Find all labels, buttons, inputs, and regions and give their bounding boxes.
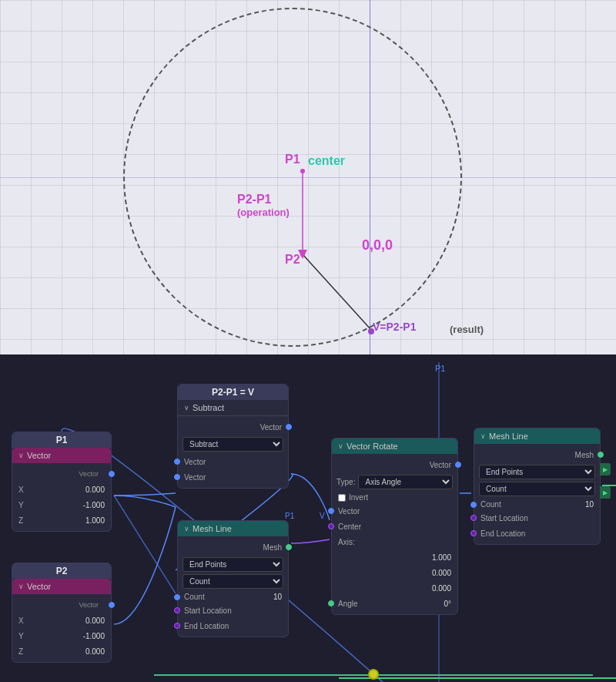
node-vecrot-output-socket[interactable] xyxy=(455,462,461,468)
collapse-arrow[interactable]: ∨ xyxy=(18,452,24,459)
node-p1-x-row: X 0.000 xyxy=(12,482,111,497)
node-mesh2-output-label: Mesh xyxy=(575,451,594,459)
node-mesh1-end-label: End Location xyxy=(184,622,229,630)
operation-viewport-label: (operation) xyxy=(237,207,290,218)
node-p1-y-label: Y xyxy=(18,501,80,509)
node-mesh1-start-row: Start Location xyxy=(178,603,288,618)
node-mesh2-end-label: End Location xyxy=(480,529,525,538)
center-viewport-label: center xyxy=(308,154,345,168)
node-mesh1-count-row: Count 10 xyxy=(178,591,288,603)
node-p2-x-row: X 0.000 xyxy=(12,613,111,628)
p2-viewport-label: P2 xyxy=(285,253,300,267)
svg-text:P1: P1 xyxy=(285,512,295,520)
node-mesh2-start-label: Start Location xyxy=(480,514,528,522)
p2p1-viewport-label: P2-P1 xyxy=(237,193,271,207)
collapse-subtract-arrow[interactable]: ∨ xyxy=(184,404,189,412)
collapse-mesh2-arrow[interactable]: ∨ xyxy=(480,432,486,440)
node-mesh1-count-value[interactable]: 10 xyxy=(273,593,282,601)
node-p1-y-value[interactable]: -1.000 xyxy=(83,501,105,509)
node-mesh1-end-socket[interactable] xyxy=(174,623,180,629)
collapse-vecrot-arrow[interactable]: ∨ xyxy=(338,442,343,450)
node-mesh2-count-mode-row: Count xyxy=(479,482,595,496)
p1-viewport-label: P1 xyxy=(285,153,300,166)
viewport: P1 center P2-P1 (operation) P2 0,0,0 V=P… xyxy=(0,0,616,354)
node-vecrot-axis-x-value[interactable]: 1.000 xyxy=(432,553,451,562)
node-subtract-input1-socket[interactable] xyxy=(174,459,180,465)
ge-icon2: ▶ xyxy=(603,489,608,496)
node-mesh2-end-socket[interactable] xyxy=(470,530,477,536)
node-mesh2-output-socket[interactable] xyxy=(598,452,604,458)
node-mesh1-count-mode-dropdown[interactable]: Count xyxy=(182,574,283,589)
node-subtract-input2-label: Vector xyxy=(184,473,206,482)
v-result-label: V=P2-P1 xyxy=(373,321,416,333)
node-mesh-line-2: ∨ Mesh Line Mesh End Points Count Count xyxy=(474,428,601,545)
slider-handle[interactable] xyxy=(368,669,379,680)
node-p2-y-value[interactable]: -1.000 xyxy=(83,632,105,640)
ge-icon: ▶ xyxy=(603,466,608,473)
collapse-p2-arrow[interactable]: ∨ xyxy=(18,583,24,590)
node-mesh2-mode-dropdown[interactable]: End Points xyxy=(479,465,595,479)
node-mesh2-count-value[interactable]: 10 xyxy=(585,500,594,509)
node-p1-z-value[interactable]: 1.000 xyxy=(85,516,105,525)
node-vecrot-axis-z-value[interactable]: 0.000 xyxy=(432,584,451,593)
node-p1-z-row: Z 1.000 xyxy=(12,512,111,528)
node-vecrot-invert-checkbox[interactable] xyxy=(338,494,346,502)
collapse-mesh1-arrow[interactable]: ∨ xyxy=(184,525,189,532)
node-vecrot-axis-y: 0.000 xyxy=(332,565,457,580)
node-vecrot-vector-input: Vector xyxy=(332,503,457,519)
node-mesh2-count-socket[interactable] xyxy=(470,502,477,508)
node-vecrot-output-label: Vector xyxy=(430,461,451,469)
node-vector-rotate-label: Vector Rotate xyxy=(346,442,398,451)
node-mesh1-count-socket[interactable] xyxy=(174,594,180,600)
node-mesh-line-2-label: Mesh Line xyxy=(489,432,528,441)
node-vecrot-axis-z: 0.000 xyxy=(332,580,457,596)
node-vecrot-center-label: Center xyxy=(338,522,361,531)
node-p2-output-socket[interactable] xyxy=(109,602,115,608)
node-subtract-header: ∨ Subtract xyxy=(178,400,288,416)
result-label: (result) xyxy=(450,324,484,335)
node-subtract-input2-socket[interactable] xyxy=(174,474,180,480)
node-p2-y-label: Y xyxy=(18,632,80,640)
node-vecrot-type-dropdown[interactable]: Axis Angle xyxy=(358,475,453,489)
node-subtract-dropdown[interactable]: Subtract xyxy=(182,437,283,452)
node-subtract-output-socket[interactable] xyxy=(286,424,292,430)
node-p2-x-value[interactable]: 0.000 xyxy=(85,616,105,625)
node-mesh-line-1-header: ∨ Mesh Line xyxy=(178,521,288,536)
node-vecrot-angle-value[interactable]: 0° xyxy=(444,600,451,608)
svg-text:P1: P1 xyxy=(435,364,445,373)
node-mesh1-end-row: End Location xyxy=(178,618,288,633)
node-vecrot-center-socket[interactable] xyxy=(328,523,334,529)
node-p2-title: P2 xyxy=(12,563,111,579)
node-vecrot-vector-input-label: Vector xyxy=(338,507,360,516)
node-vecrot-axis-label: Axis: xyxy=(338,538,355,546)
node-vecrot-vector-socket[interactable] xyxy=(328,508,334,514)
origin-viewport-label: 0,0,0 xyxy=(362,237,393,254)
node-p2-header: ∨ Vector xyxy=(12,579,111,594)
node-mesh2-count-row: Count 10 xyxy=(474,499,600,510)
node-mesh1-mode-dropdown[interactable]: End Points xyxy=(182,557,283,572)
node-p1-output-socket[interactable] xyxy=(109,471,115,477)
node-p2-z-value[interactable]: 0.000 xyxy=(85,647,105,656)
node-mesh2-start-row: Start Location xyxy=(474,510,600,526)
node-mesh1-output-socket[interactable] xyxy=(286,544,292,550)
node-vecrot-angle-row: Angle 0° xyxy=(332,596,457,611)
node-p1-header: ∨ Vector xyxy=(12,448,111,463)
node-subtract-input1: Vector xyxy=(178,454,288,469)
node-mesh2-right-output2[interactable]: ▶ xyxy=(600,486,611,499)
node-mesh2-right-output1[interactable]: ▶ xyxy=(600,463,611,475)
node-vector-rotate: ∨ Vector Rotate Vector Type: Axis Angle … xyxy=(331,438,458,615)
node-subtract-input1-label: Vector xyxy=(184,458,206,466)
node-vecrot-axis-y-value[interactable]: 0.000 xyxy=(432,569,451,577)
node-p1-x-value[interactable]: 0.000 xyxy=(85,485,105,494)
node-p1-output-row: Vector xyxy=(12,466,111,482)
node-p2-z-row: Z 0.000 xyxy=(12,643,111,659)
node-p1-header-label: Vector xyxy=(27,451,51,460)
node-mesh2-start-socket[interactable] xyxy=(470,515,477,521)
node-vecrot-angle-socket[interactable] xyxy=(328,600,334,606)
node-mesh2-count-label: Count xyxy=(480,500,582,509)
node-mesh2-count-mode-dropdown[interactable]: Count xyxy=(479,482,595,496)
node-subtract-dropdown-row: Subtract xyxy=(182,437,283,452)
node-mesh1-start-socket[interactable] xyxy=(174,607,180,613)
node-mesh1-mode-dropdown-row: End Points xyxy=(182,557,283,572)
svg-point-2 xyxy=(300,252,305,257)
